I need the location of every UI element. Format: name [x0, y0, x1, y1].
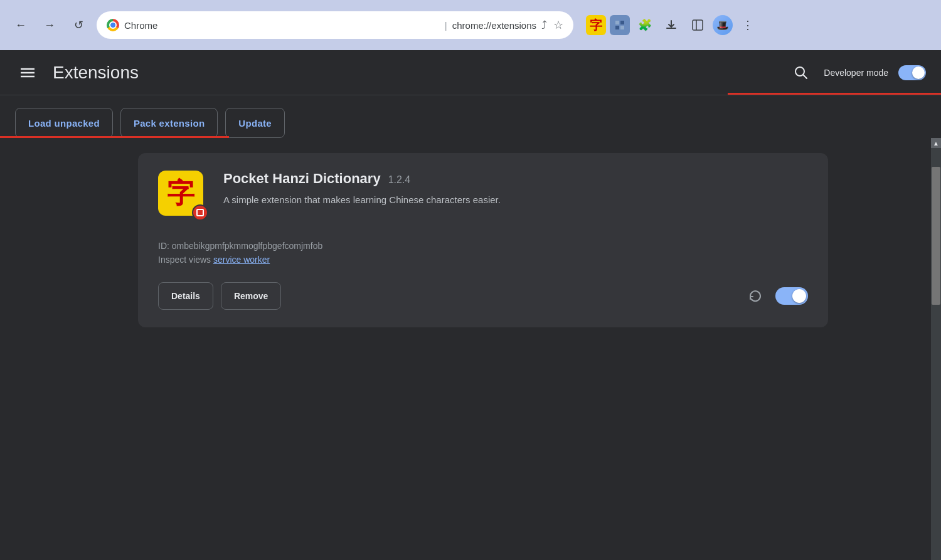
- svg-rect-2: [620, 21, 624, 24]
- extension-toggle-knob: [792, 289, 806, 303]
- browser-chrome: ← → ↺ Chrome | chrome://extensions ⤴ ☆ 字…: [0, 0, 941, 50]
- load-unpacked-button[interactable]: Load unpacked: [15, 108, 113, 138]
- page-title: Extensions: [53, 63, 139, 83]
- svg-line-11: [803, 75, 807, 78]
- minecraft-extension-toolbar-icon[interactable]: [610, 15, 630, 35]
- developer-mode-underline: [728, 93, 941, 95]
- svg-rect-1: [615, 21, 619, 24]
- svg-rect-4: [620, 26, 624, 29]
- update-button[interactable]: Update: [225, 108, 285, 138]
- sidebar-button[interactable]: [686, 14, 709, 36]
- chrome-menu-button[interactable]: ⋮: [736, 14, 759, 36]
- bookmark-icon[interactable]: ☆: [553, 18, 563, 32]
- share-icon[interactable]: ⤴: [541, 19, 547, 32]
- toggle-knob: [912, 66, 925, 79]
- remove-button[interactable]: Remove: [221, 282, 281, 310]
- extension-inspect: Inspect views service worker: [158, 255, 808, 265]
- service-worker-link[interactable]: service worker: [213, 255, 270, 265]
- extension-card-top: 字 Pocket Hanzi Dictionary 1.2.4 A simple…: [158, 171, 808, 221]
- extension-meta: ID: ombebikgpmfpkmmoglfpbgefcomjmfob Ins…: [158, 233, 808, 265]
- header-right: Developer mode: [789, 60, 926, 85]
- extensions-puzzle-button[interactable]: 🧩: [634, 14, 656, 36]
- extension-version: 1.2.4: [388, 174, 411, 186]
- extension-description: A simple extension that makes learning C…: [223, 193, 600, 208]
- extension-card-bottom: Details Remove: [158, 282, 808, 310]
- inspect-prefix: Inspect views: [158, 255, 213, 265]
- profile-avatar[interactable]: 🎩: [713, 15, 733, 35]
- scrollbar-thumb[interactable]: [932, 167, 940, 305]
- extension-enable-toggle[interactable]: [775, 287, 808, 305]
- developer-toolbar: Load unpacked Pack extension Update: [0, 95, 941, 138]
- address-app-name: Chrome: [124, 20, 440, 31]
- svg-rect-3: [615, 26, 619, 29]
- forward-button[interactable]: →: [39, 14, 60, 36]
- developer-mode-label: Developer mode: [824, 68, 888, 78]
- chrome-logo-icon: [107, 19, 119, 31]
- scrollbar-up-arrow[interactable]: ▲: [931, 138, 941, 148]
- svg-rect-5: [693, 20, 703, 30]
- developer-mode-toggle[interactable]: [898, 65, 926, 80]
- extension-id: ID: ombebikgpmfpkmmoglfpbgefcomjmfob: [158, 241, 808, 251]
- recording-badge-inner: [196, 209, 204, 216]
- search-button[interactable]: [789, 60, 814, 85]
- extension-recording-badge: [192, 204, 208, 221]
- address-url: chrome://extensions: [452, 20, 536, 31]
- address-bar[interactable]: Chrome | chrome://extensions ⤴ ☆: [97, 11, 573, 39]
- scrollbar-track: [931, 148, 941, 560]
- extension-name-row: Pocket Hanzi Dictionary 1.2.4: [223, 171, 808, 187]
- extensions-page: Extensions Developer mode Load unpacked …: [0, 50, 941, 560]
- extension-icon-container: 字: [158, 171, 208, 221]
- extension-info: Pocket Hanzi Dictionary 1.2.4 A simple e…: [223, 171, 808, 221]
- pack-extension-button[interactable]: Pack extension: [120, 108, 218, 138]
- reload-extension-button[interactable]: [743, 283, 768, 309]
- page-scrollbar: ▲: [931, 138, 941, 560]
- address-separator: |: [445, 20, 447, 31]
- hanzi-extension-toolbar-icon[interactable]: 字: [586, 15, 606, 35]
- extensions-header: Extensions Developer mode: [0, 50, 941, 95]
- reload-button[interactable]: ↺: [68, 14, 89, 36]
- toolbar-icons: 字 🧩 🎩 ⋮: [586, 14, 759, 36]
- svg-rect-0: [613, 18, 627, 32]
- details-button[interactable]: Details: [158, 282, 213, 310]
- hamburger-menu-button[interactable]: [15, 60, 40, 85]
- back-button[interactable]: ←: [10, 14, 31, 36]
- extensions-content: 字 Pocket Hanzi Dictionary 1.2.4 A simple…: [0, 138, 941, 560]
- extension-card: 字 Pocket Hanzi Dictionary 1.2.4 A simple…: [138, 153, 828, 327]
- extension-name: Pocket Hanzi Dictionary: [223, 171, 381, 187]
- download-button[interactable]: [660, 14, 683, 36]
